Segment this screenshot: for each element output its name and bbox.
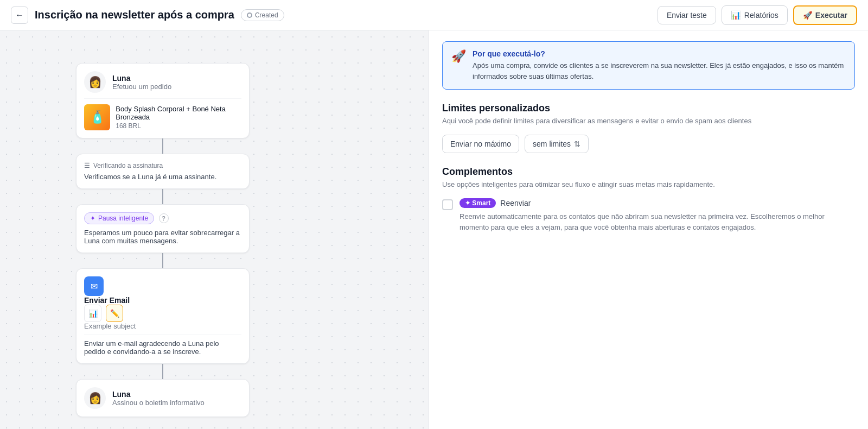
result-name: Luna [112,390,205,399]
flow-nodes: 👩 Luna Efetuou um pedido 🧴 Body Splash C… [76,63,250,417]
result-avatar: 👩 [84,387,106,409]
product-image: 🧴 [84,104,110,130]
email-subject: Example subject [84,322,241,335]
right-panel: 🚀 Por que executá-lo? Após uma compra, c… [429,30,868,429]
product-price: 168 BRL [116,122,241,130]
execute-button[interactable]: 🚀 Executar [793,5,857,25]
info-title: Por que executá-lo? [473,49,846,58]
no-limits-label: sem limites [533,140,571,148]
execute-label: Executar [815,11,847,20]
pause-node: ✦ Pausa inteligente ? Esperamos um pouco… [76,204,250,253]
product-name: Body Splash Corporal + Boné Neta Bronzea… [116,105,241,121]
email-title: Enviar Email [84,296,241,305]
header-left: ← Inscrição na newsletter após a compra … [11,7,658,24]
result-action: Assinou o boletim informativo [112,399,205,407]
pause-badge-label: Pausa inteligente [98,214,148,222]
email-edit-button[interactable]: ✏️ [106,305,123,322]
check-label: Verificando a assinatura [93,162,163,169]
pause-badge: ✦ Pausa inteligente [84,212,154,224]
limits-title: Limites personalizados [442,103,855,114]
connector-1 [162,138,163,154]
reports-button[interactable]: 📊 Relatórios [722,5,788,25]
reenviar-label: Reenviar [500,199,531,207]
limits-desc: Aqui você pode definir limites para dive… [442,116,855,126]
connector-4 [162,364,163,379]
avatar: 👩 [84,71,106,93]
email-node: ✉ Enviar Email 📊 ✏️ Example subject Envi… [76,268,250,364]
status-badge: Created [241,9,284,21]
email-stats-button[interactable]: 📊 [84,305,101,322]
check-text: Verificamos se a Luna já é uma assinante… [84,173,241,181]
header-right: Enviar teste 📊 Relatórios 🚀 Executar [658,5,857,25]
main-layout: 👩 Luna Efetuou um pedido 🧴 Body Splash C… [0,0,868,429]
rocket-icon: 🚀 [803,11,812,20]
status-label: Created [255,11,278,19]
page-title: Inscrição na newsletter após a compra [35,9,234,21]
connector-3 [162,253,163,268]
badge-row: ✦ Smart Reenviar [459,198,855,208]
reports-label: Relatórios [744,11,778,20]
send-test-label: Enviar teste [667,11,707,20]
send-test-button[interactable]: Enviar teste [658,6,716,24]
flow-canvas[interactable]: 👩 Luna Efetuou um pedido 🧴 Body Splash C… [0,30,429,429]
limit-row: Enviar no máximo sem limites ⇅ [442,135,855,153]
email-icon: ✉ [84,276,104,296]
send-max-button[interactable]: Enviar no máximo [442,135,519,153]
complement-item: ✦ Smart Reenviar Reenvie automaticamente… [442,198,855,232]
header: ← Inscrição na newsletter após a compra … [0,0,868,30]
rocket-info-icon: 🚀 [451,49,466,81]
back-button[interactable]: ← [11,7,28,24]
no-limits-select[interactable]: sem limites ⇅ [525,135,589,153]
connector-2 [162,189,163,204]
help-icon[interactable]: ? [159,213,169,223]
result-node: 👩 Luna Assinou o boletim informativo [76,379,250,417]
pause-text: Esperamos um pouco para evitar sobrecarr… [84,229,241,245]
reenviar-desc: Reenvie automaticamente para os contatos… [459,211,855,232]
product-preview: 🧴 Body Splash Corporal + Boné Neta Bronz… [84,98,241,130]
complements-desc: Use opções inteligentes para otimizar se… [442,180,855,190]
info-banner: 🚀 Por que executá-lo? Após uma compra, c… [442,41,855,90]
plus-icon: ✦ [90,214,95,222]
info-desc: Após uma compra, convide os clientes a s… [473,60,846,81]
chevron-up-down-icon: ⇅ [574,140,580,148]
trigger-name: Luna [112,74,171,83]
status-dot-icon [247,12,252,18]
trigger-action: Efetuou um pedido [112,83,171,91]
bar-chart-icon: 📊 [731,10,741,20]
trigger-node: 👩 Luna Efetuou um pedido 🧴 Body Splash C… [76,63,250,138]
email-body: Enviar um e-mail agradecendo a Luna pelo… [84,339,241,356]
check-node: ☰ Verificando a assinatura Verificamos s… [76,154,250,189]
filter-icon: ☰ [84,162,90,169]
smart-badge: ✦ Smart [459,198,496,208]
reenviar-checkbox[interactable] [442,199,453,210]
complements-title: Complementos [442,166,855,178]
